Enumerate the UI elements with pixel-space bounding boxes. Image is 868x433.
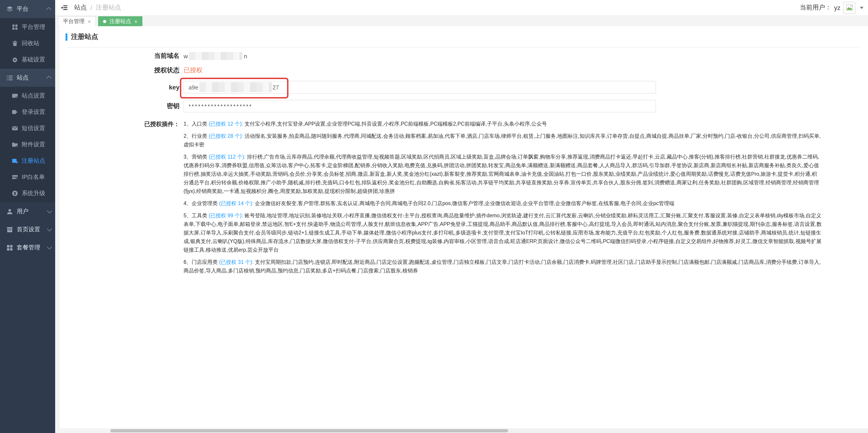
plugin-count: (已授权 99 个): (209, 213, 244, 218)
sidebar-item-register-site[interactable]: 注册站点 (0, 153, 55, 169)
sidebar: 平台 平台管理 回收站 基础设置 站点 站点设置 登录设置 短信设置 (0, 0, 55, 433)
user-icon (6, 208, 13, 215)
sidebar-group-label: 用户 (17, 207, 47, 215)
plugin-count: (已授权 12 个): (209, 121, 244, 127)
user-menu-caret-icon[interactable] (860, 6, 864, 9)
gear-icon (12, 57, 18, 63)
auth-status-badge: 已授权 (184, 66, 203, 74)
grid-icon (12, 24, 18, 30)
sidebar-item-ip-whitelist[interactable]: IP IP白名单 (0, 169, 55, 185)
envelope-icon (12, 125, 18, 131)
sidebar-item-label: IP白名单 (22, 173, 45, 181)
plugin-items: 活动报名,安装服务,拍卖商品,随叫随到服务,代理商,同城配送,会务活动,顾客档案… (184, 133, 821, 147)
domain-row: 当前域名 w n (60, 52, 868, 60)
breadcrumb-separator: / (90, 4, 92, 11)
plugin-count: (已授权 14 个): (219, 201, 255, 206)
sidebar-group-platform[interactable]: 平台 (0, 0, 55, 18)
sidebar-item-label: 基础设置 (22, 56, 45, 64)
sidebar-item-label: 注册站点 (22, 157, 45, 165)
divider (68, 47, 860, 47)
sidebar-item-login-settings[interactable]: 登录设置 (0, 104, 55, 120)
tab-platform-management[interactable]: 平台管理 × (58, 16, 96, 27)
chevron-icon (47, 244, 52, 249)
sidebar-item-basic-settings[interactable]: 基础设置 (0, 52, 55, 68)
register-site-icon (12, 158, 18, 164)
sidebar-item-platform-management[interactable]: 平台管理 (0, 19, 55, 35)
plugin-count: (已授权 28 个): (209, 133, 244, 139)
sidebar-item-label: 登录设置 (22, 108, 45, 116)
breadcrumb-register-site: 注册站点 (96, 4, 121, 12)
sidebar-item-label: 站点设置 (22, 92, 45, 100)
secret-input[interactable]: ******************** (184, 100, 656, 112)
secret-label: 密钥 (60, 102, 180, 110)
plugin-category-tools: 5、工具类 (已授权 99 个): 账号登陆,地址管理,地址识别,装修地址关联,… (184, 211, 822, 254)
content-card: 注册站点 当前域名 w n 授权状态 已授权 key (60, 26, 868, 428)
plugin-category-entry: 1、入口类 (已授权 12 个): 支付宝小程序,支付宝登录,APP设置,企业管… (184, 120, 822, 128)
sidebar-group-user[interactable]: 用户 (0, 202, 55, 221)
server-icon: IP (12, 174, 18, 180)
authorized-plugins-label: 已授权插件： (60, 120, 180, 128)
sidebar-item-label: 系统升级 (22, 189, 45, 197)
current-user-name: yz (834, 4, 840, 11)
tab-bar: 平台管理 × 注册站点 × (55, 16, 868, 27)
breadcrumb: 站点 / 注册站点 (74, 4, 121, 12)
page-title-text: 注册站点 (71, 33, 98, 41)
sidebar-item-attachment-settings[interactable]: 附件设置 (0, 136, 55, 153)
app-viewport: 平台 平台管理 回收站 基础设置 站点 站点设置 登录设置 短信设置 (0, 0, 868, 433)
plugin-category-marketing: 3、营销类 (已授权 112 个): 排行榜,广告市场,云库存商品,代理余额,代… (184, 153, 822, 196)
chevron-icon (47, 208, 52, 213)
plugin-head: 3、营销类 (184, 154, 209, 160)
plugin-head: 6、门店应用类 (184, 259, 219, 265)
chevron-icon (46, 7, 52, 12)
key-row: key a9e 27 (60, 81, 868, 94)
sidebar-item-label: 附件设置 (22, 140, 45, 148)
horizontal-scrollbar[interactable] (110, 428, 868, 433)
plugin-items: 企业微信好友裂变,客户管理,群拓客,实名认证,商城电子合同,商城电子合同2.0,… (255, 201, 674, 206)
avatar[interactable] (843, 2, 855, 14)
sidebar-item-recycle-bin[interactable]: 回收站 (0, 35, 55, 52)
plugin-count: (已授权 31 个): (219, 259, 255, 265)
sidebar-item-sms-settings[interactable]: 短信设置 (0, 120, 55, 136)
plugin-items: 账号登陆,地址管理,地址识别,装修地址关联,小程序直播,微信借权支付-主平台,授… (184, 213, 822, 253)
packages-icon (6, 244, 13, 251)
tab-register-site[interactable]: 注册站点 × (98, 16, 143, 27)
tab-close-icon[interactable]: × (134, 19, 137, 24)
title-accent-bar (66, 33, 67, 40)
plugin-items: 排行榜,广告市场,云库存商品,代理余额,代理商收益管理,短视频答题,区域奖励,区… (184, 154, 819, 194)
collapse-sidebar-icon[interactable] (61, 4, 68, 11)
plugin-category-store-apps: 6、门店应用类 (已授权 31 个): 支付宝周期扣款,门店预约,连锁店,即时配… (184, 258, 822, 275)
domain-blur-mask (189, 52, 243, 60)
sidebar-item-label: 平台管理 (22, 23, 45, 31)
authorized-plugins-row: 已授权插件： 1、入口类 (已授权 12 个): 支付宝小程序,支付宝登录,AP… (60, 120, 868, 279)
layers-icon (6, 6, 13, 12)
domain-label: 当前域名 (60, 52, 180, 60)
folder-icon (12, 141, 18, 148)
sidebar-group-label: 首页设置 (17, 225, 47, 234)
page-title: 注册站点 (66, 33, 868, 41)
plugin-head: 4、企业管理类 (184, 201, 219, 206)
sidebar-group-homepage-settings[interactable]: 首页设置 (0, 221, 55, 238)
authorized-plugins-list: 1、入口类 (已授权 12 个): 支付宝小程序,支付宝登录,APP设置,企业管… (184, 120, 822, 279)
sidebar-group-label: 平台 (17, 5, 47, 13)
sidebar-item-site-settings[interactable]: 站点设置 (0, 88, 55, 104)
plugin-head: 5、工具类 (184, 213, 209, 218)
sidebar-group-package-management[interactable]: 套餐管理 (0, 238, 55, 257)
breadcrumb-site[interactable]: 站点 (74, 4, 87, 12)
shop-icon (6, 226, 13, 233)
upgrade-icon (12, 190, 18, 197)
key-input[interactable]: a9e 27 (184, 81, 656, 94)
horizontal-scrollbar-thumb[interactable] (110, 429, 508, 432)
plugin-items: 支付宝周期扣款,门店预约,连锁店,即时配送,附近商品,门店定位设置,跑腿配送,桌… (184, 259, 821, 273)
key-label: key (60, 84, 180, 91)
tab-close-icon[interactable]: × (88, 19, 91, 24)
active-tab-dot (103, 20, 106, 23)
sidebar-item-label: 短信设置 (22, 124, 45, 132)
trash-icon (12, 40, 18, 46)
login-icon (12, 109, 18, 115)
plugin-head: 2、行业类 (184, 133, 209, 139)
sidebar-item-system-upgrade[interactable]: 系统升级 (0, 185, 55, 201)
sidebar-item-label: 回收站 (22, 39, 39, 47)
tab-label: 注册站点 (110, 18, 131, 25)
sidebar-group-site[interactable]: 站点 (0, 69, 55, 87)
user-box: 当前用户： yz (800, 0, 864, 15)
